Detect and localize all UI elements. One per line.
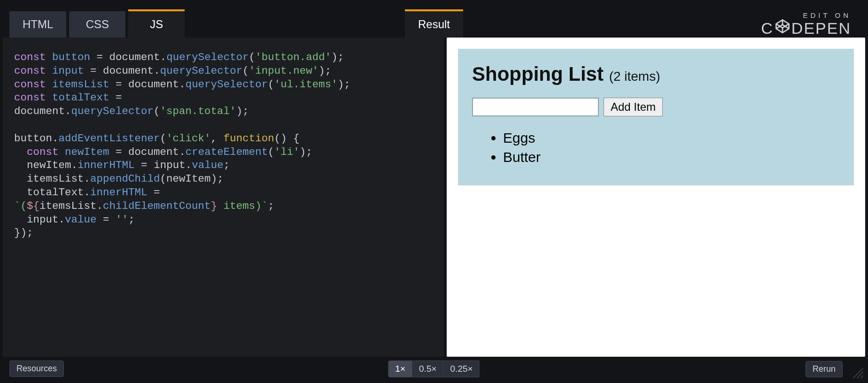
new-item-input[interactable]: [472, 98, 599, 116]
tab-label: Result: [418, 18, 450, 31]
svg-line-5: [860, 375, 863, 378]
add-item-button[interactable]: Add Item: [604, 98, 663, 116]
tab-bar: HTML CSS JS Result EDIT ON C: [3, 3, 865, 38]
zoom-button[interactable]: 0.25×: [444, 360, 480, 377]
title-text: Shopping List: [472, 63, 604, 85]
tab-html[interactable]: HTML: [9, 11, 66, 38]
zoom-controls: 1×0.5×0.25×: [388, 360, 480, 377]
tab-js[interactable]: JS: [128, 11, 185, 38]
zoom-button[interactable]: 1×: [388, 360, 412, 377]
resources-button[interactable]: Resources: [9, 360, 64, 377]
list-item: Eggs: [503, 129, 840, 148]
tab-label: JS: [150, 18, 163, 31]
result-pane: Shopping List (2 items) Add Item EggsBut…: [447, 38, 865, 357]
items-count: (2 items): [609, 69, 660, 84]
edit-on-codepen-link[interactable]: EDIT ON C DEPEN: [761, 11, 851, 38]
svg-line-4: [857, 372, 863, 378]
codepen-cube-icon: [775, 18, 790, 37]
tab-label: CSS: [86, 18, 109, 31]
js-editor-pane[interactable]: const button = document.querySelector('b…: [3, 38, 444, 357]
shopping-list-widget: Shopping List (2 items) Add Item EggsBut…: [458, 49, 854, 185]
add-item-controls: Add Item: [472, 98, 840, 116]
tab-accent: [128, 9, 185, 11]
zoom-button[interactable]: 0.5×: [412, 360, 444, 377]
rerun-button[interactable]: Rerun: [806, 361, 843, 377]
resize-handle-icon[interactable]: [850, 365, 863, 378]
codepen-app: HTML CSS JS Result EDIT ON C: [0, 0, 868, 383]
main-panes: const button = document.querySelector('b…: [3, 38, 865, 357]
list-item: Butter: [503, 148, 840, 167]
tab-accent: [405, 9, 463, 11]
items-list: EggsButter: [472, 129, 840, 167]
code-content[interactable]: const button = document.querySelector('b…: [14, 51, 433, 240]
bottom-bar: Resources 1×0.5×0.25× Rerun: [3, 357, 865, 380]
tab-result[interactable]: Result: [405, 11, 463, 38]
page-title: Shopping List (2 items): [472, 63, 840, 85]
codepen-logo: C DEPEN: [761, 19, 851, 38]
tab-label: HTML: [23, 18, 53, 31]
tab-css[interactable]: CSS: [69, 11, 125, 38]
result-tab-wrap: Result: [405, 11, 463, 38]
